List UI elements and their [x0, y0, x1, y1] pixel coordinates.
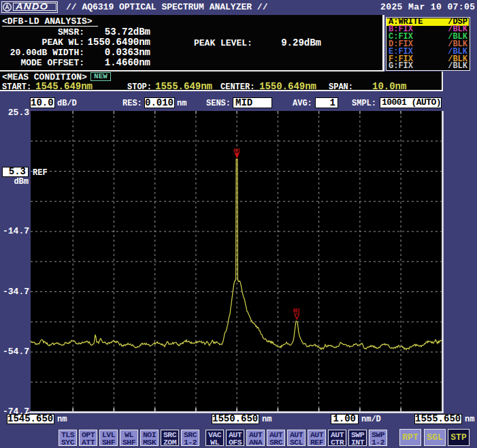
svg-text:002: 002 [293, 308, 300, 315]
svg-text:001: 001 [233, 148, 240, 155]
